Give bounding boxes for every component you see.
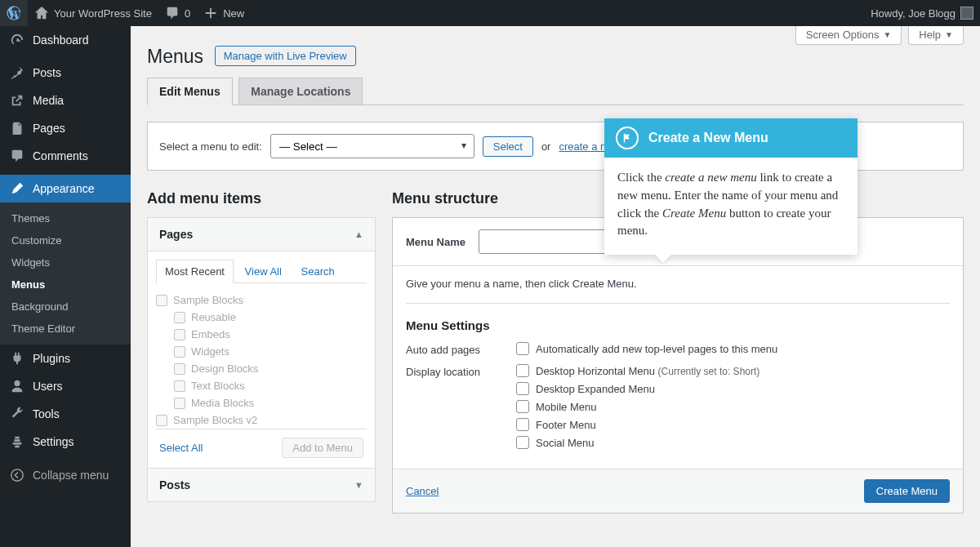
screen-meta-links: Screen Options ▼ Help ▼ [795,26,964,45]
checkbox[interactable] [516,364,529,377]
adminbar-comments[interactable]: 0 [158,0,197,26]
caret-up-icon: ▲ [354,229,363,239]
checkbox[interactable] [156,415,167,426]
sidebar-item-label: Tools [33,407,60,420]
checkbox[interactable] [516,418,529,431]
minitab-search[interactable]: Search [293,260,343,282]
sub-item-themes[interactable]: Themes [0,207,131,229]
page-item[interactable]: Media Blocks [156,394,367,411]
sidebar-item-posts[interactable]: Posts [0,59,131,87]
checkbox[interactable] [174,398,185,409]
sidebar-item-plugins[interactable]: Plugins [0,345,131,372]
checkbox[interactable] [174,329,185,340]
settings-icon [10,434,24,449]
sidebar-item-comments[interactable]: Comments [0,142,131,170]
site-name-link[interactable]: Your WordPress Site [28,0,158,26]
location-option[interactable]: Social Menu [516,436,950,449]
checkbox[interactable] [516,400,529,413]
media-icon [10,93,24,108]
sidebar-item-dashboard[interactable]: Dashboard [0,26,131,54]
checkbox[interactable] [174,380,185,392]
sub-item-menus[interactable]: Menus [0,274,131,296]
minitab-view-all[interactable]: View All [237,260,290,282]
checkbox[interactable] [174,312,185,323]
sub-item-background[interactable]: Background [0,296,131,318]
adminbar-account[interactable]: Howdy, Joe Blogg [864,0,980,26]
help-toggle[interactable]: Help ▼ [908,26,964,45]
sidebar-item-users[interactable]: Users [0,372,131,400]
wp-logo[interactable] [0,0,28,26]
sub-item-customize[interactable]: Customize [0,229,131,251]
wp-body: Screen Options ▼ Help ▼ Menus Manage wit… [131,26,980,547]
accordion-posts-title: Posts [159,478,190,491]
location-option[interactable]: Footer Menu [516,418,950,431]
collapse-icon [10,468,24,483]
page-item[interactable]: Sample Blocks v2 [156,411,367,429]
select-button[interactable]: Select [483,136,533,157]
menu-select[interactable]: — Select — [270,134,474,158]
admin-bar: Your WordPress Site 0 New Howdy, Joe Blo… [0,0,980,26]
checkbox[interactable] [516,342,529,355]
accordion-pages-header[interactable]: Pages ▲ [148,218,375,251]
user-icon [10,379,24,394]
menu-settings-heading: Menu Settings [406,318,950,332]
display-location-options: Desktop Horizontal Menu (Currently set t… [516,364,950,449]
flag-icon [616,127,639,149]
location-option[interactable]: Mobile Menu [516,400,950,413]
checkbox[interactable] [174,363,185,375]
tools-icon [10,407,24,421]
plugin-icon [10,351,24,366]
cancel-link[interactable]: Cancel [406,485,439,497]
page-item[interactable]: Sample Blocks [156,291,367,309]
sub-item-theme-editor[interactable]: Theme Editor [0,318,131,340]
add-to-menu-button[interactable]: Add to Menu [282,438,363,458]
location-option[interactable]: Desktop Horizontal Menu (Currently set t… [516,364,950,377]
auto-add-option[interactable]: Automatically add new top-level pages to… [516,342,950,355]
checkbox[interactable] [174,346,185,358]
caret-down-icon: ▼ [883,30,891,39]
greeting: Howdy, Joe Blogg [871,7,956,20]
accordion-pages-title: Pages [159,228,193,241]
guide-popup-title: Create a New Menu [648,131,768,145]
comment-icon [10,149,24,163]
checkbox[interactable] [516,436,529,449]
caret-down-icon: ▼ [945,30,953,39]
comment-icon [165,6,180,20]
tab-manage-locations[interactable]: Manage Locations [238,78,363,105]
create-menu-button[interactable]: Create Menu [864,479,950,503]
sidebar-item-label: Dashboard [33,33,89,47]
sidebar-item-label: Appearance [33,182,95,195]
sidebar-item-media[interactable]: Media [0,87,131,114]
instruction-text: Give your menu a name, then click Create… [406,278,950,290]
page-item[interactable]: Widgets [156,343,367,360]
page-item[interactable]: Reusable [156,309,367,326]
page-item[interactable]: Text Blocks [156,377,367,394]
collapse-menu[interactable]: Collapse menu [0,460,131,488]
accordion-posts: Posts ▼ [147,469,376,502]
select-all-link[interactable]: Select All [159,442,203,454]
location-option[interactable]: Desktop Expanded Menu [516,382,950,395]
sidebar-item-pages[interactable]: Pages [0,114,131,142]
sidebar-item-appearance[interactable]: Appearance [0,175,131,202]
select-menu-label: Select a menu to edit: [159,140,262,153]
create-new-menu-link[interactable]: create a n [559,140,606,153]
accordion-posts-header[interactable]: Posts ▼ [148,469,375,501]
caret-down-icon: ▼ [354,480,363,490]
screen-options-toggle[interactable]: Screen Options ▼ [795,26,902,45]
tab-edit-menus[interactable]: Edit Menus [147,78,233,105]
checkbox[interactable] [516,382,529,395]
page-item[interactable]: Design Blocks [156,360,367,377]
checkbox[interactable] [156,295,167,306]
sidebar-item-label: Pages [33,122,65,135]
adminbar-new[interactable]: New [197,0,251,26]
minitab-recent[interactable]: Most Recent [156,260,234,283]
sidebar-item-tools[interactable]: Tools [0,400,131,428]
sidebar-item-settings[interactable]: Settings [0,428,131,456]
live-preview-button[interactable]: Manage with Live Preview [215,46,356,66]
sub-item-widgets[interactable]: Widgets [0,251,131,274]
page-item[interactable]: Embeds [156,326,367,343]
comments-count: 0 [185,7,190,20]
collapse-label: Collapse menu [33,469,109,482]
appearance-icon [10,181,24,196]
wordpress-icon [7,6,21,20]
